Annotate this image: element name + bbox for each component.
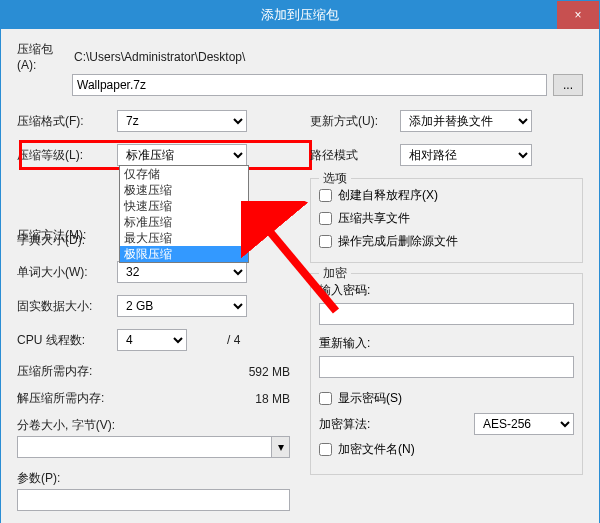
cpu-total: / 4	[227, 333, 240, 347]
delete-label: 操作完成后删除源文件	[338, 233, 458, 250]
encnames-checkbox[interactable]	[319, 443, 332, 456]
params-label: 参数(P):	[17, 470, 60, 487]
showpwd-label: 显示密码(S)	[338, 390, 402, 407]
cpu-label: CPU 线程数:	[17, 332, 117, 349]
params-input[interactable]	[17, 489, 290, 511]
showpwd-row: 显示密码(S)	[319, 390, 574, 407]
word-select[interactable]: 32	[117, 261, 247, 283]
pwd2-label: 重新输入:	[319, 335, 574, 352]
word-row: 单词大小(W): 32	[17, 261, 290, 283]
titlebar: 添加到压缩包 ×	[1, 1, 599, 29]
mem-comp-row: 压缩所需内存: 592 MB	[17, 363, 290, 380]
window-title: 添加到压缩包	[261, 6, 339, 24]
archive-label-row: 压缩包(A): C:\Users\Administrator\Desktop\	[17, 41, 583, 72]
solid-label: 固实数据大小:	[17, 298, 117, 315]
sfx-label: 创建自释放程序(X)	[338, 187, 438, 204]
dict-label: 字典大小(D):	[17, 232, 117, 249]
encrypt-title: 加密	[319, 265, 351, 282]
word-label: 单词大小(W):	[17, 264, 117, 281]
update-select[interactable]: 添加并替换文件	[400, 110, 532, 132]
left-column: 压缩格式(F): 7z 压缩等级(L): 标准压缩 仅存储 极速压缩 快速压缩	[17, 110, 290, 523]
level-select[interactable]: 标准压缩	[117, 144, 247, 166]
close-button[interactable]: ×	[557, 1, 599, 29]
share-label: 压缩共享文件	[338, 210, 410, 227]
update-row: 更新方式(U): 添加并替换文件	[310, 110, 583, 132]
pathmode-label: 路径模式	[310, 147, 400, 164]
level-option[interactable]: 快速压缩	[120, 198, 248, 214]
options-group: 选项 创建自释放程序(X) 压缩共享文件 操作完成后删除源文件	[310, 178, 583, 263]
sfx-checkbox[interactable]	[319, 189, 332, 202]
split-input[interactable]	[17, 436, 272, 458]
cpu-select[interactable]: 4	[117, 329, 187, 351]
mem-comp-label: 压缩所需内存:	[17, 363, 230, 380]
level-option[interactable]: 极速压缩	[120, 182, 248, 198]
algo-select[interactable]: AES-256	[474, 413, 574, 435]
pwd-input[interactable]	[319, 303, 574, 325]
archive-filename-input[interactable]	[72, 74, 547, 96]
close-icon: ×	[574, 8, 581, 22]
archive-input-row: ...	[72, 74, 583, 96]
split-label: 分卷大小, 字节(V):	[17, 417, 115, 434]
archive-path: C:\Users\Administrator\Desktop\	[74, 50, 245, 64]
encrypt-group: 加密 输入密码: 重新输入: 显示密码(S) 加密算法: AES-256	[310, 273, 583, 475]
sfx-row: 创建自释放程序(X)	[319, 187, 574, 204]
pwd2-input[interactable]	[319, 356, 574, 378]
share-checkbox[interactable]	[319, 212, 332, 225]
options-title: 选项	[319, 170, 351, 187]
mem-decomp-label: 解压缩所需内存:	[17, 390, 230, 407]
mem-decomp-value: 18 MB	[230, 392, 290, 406]
archive-label: 压缩包(A):	[17, 41, 72, 72]
algo-label: 加密算法:	[319, 416, 474, 433]
delete-checkbox[interactable]	[319, 235, 332, 248]
columns: 压缩格式(F): 7z 压缩等级(L): 标准压缩 仅存储 极速压缩 快速压缩	[17, 110, 583, 523]
level-option-selected[interactable]: 极限压缩	[120, 246, 248, 262]
mem-decomp-row: 解压缩所需内存: 18 MB	[17, 390, 290, 407]
level-row: 压缩等级(L): 标准压缩 仅存储 极速压缩 快速压缩 标准压缩 最大压缩 极限…	[17, 144, 290, 166]
cpu-row: CPU 线程数: 4 / 4	[17, 329, 290, 351]
delete-row: 操作完成后删除源文件	[319, 233, 574, 250]
level-option[interactable]: 最大压缩	[120, 230, 248, 246]
pwd-label: 输入密码:	[319, 282, 574, 299]
encnames-label: 加密文件名(N)	[338, 441, 415, 458]
ellipsis-icon: ...	[563, 78, 573, 92]
showpwd-checkbox[interactable]	[319, 392, 332, 405]
format-row: 压缩格式(F): 7z	[17, 110, 290, 132]
share-row: 压缩共享文件	[319, 210, 574, 227]
chevron-down-icon[interactable]: ▾	[272, 436, 290, 458]
format-label: 压缩格式(F):	[17, 113, 117, 130]
algo-row: 加密算法: AES-256	[319, 413, 574, 435]
level-option[interactable]: 仅存储	[120, 166, 248, 182]
pathmode-row: 路径模式 相对路径	[310, 144, 583, 166]
pathmode-select[interactable]: 相对路径	[400, 144, 532, 166]
browse-button[interactable]: ...	[553, 74, 583, 96]
right-column: 更新方式(U): 添加并替换文件 路径模式 相对路径 选项 创建自释放程序(	[310, 110, 583, 523]
params-row: 参数(P):	[17, 470, 290, 487]
params-input-row	[17, 489, 290, 511]
solid-select[interactable]: 2 GB	[117, 295, 247, 317]
dialog-window: 添加到压缩包 × 压缩包(A): C:\Users\Administrator\…	[0, 0, 600, 523]
level-label: 压缩等级(L):	[17, 147, 117, 164]
level-dropdown[interactable]: 仅存储 极速压缩 快速压缩 标准压缩 最大压缩 极限压缩	[119, 165, 249, 263]
update-label: 更新方式(U):	[310, 113, 400, 130]
solid-row: 固实数据大小: 2 GB	[17, 295, 290, 317]
content-area: 压缩包(A): C:\Users\Administrator\Desktop\ …	[1, 29, 599, 523]
level-option[interactable]: 标准压缩	[120, 214, 248, 230]
format-select[interactable]: 7z	[117, 110, 247, 132]
mem-comp-value: 592 MB	[230, 365, 290, 379]
split-input-row: ▾	[17, 436, 290, 458]
encnames-row: 加密文件名(N)	[319, 441, 574, 458]
split-row: 分卷大小, 字节(V):	[17, 417, 290, 434]
